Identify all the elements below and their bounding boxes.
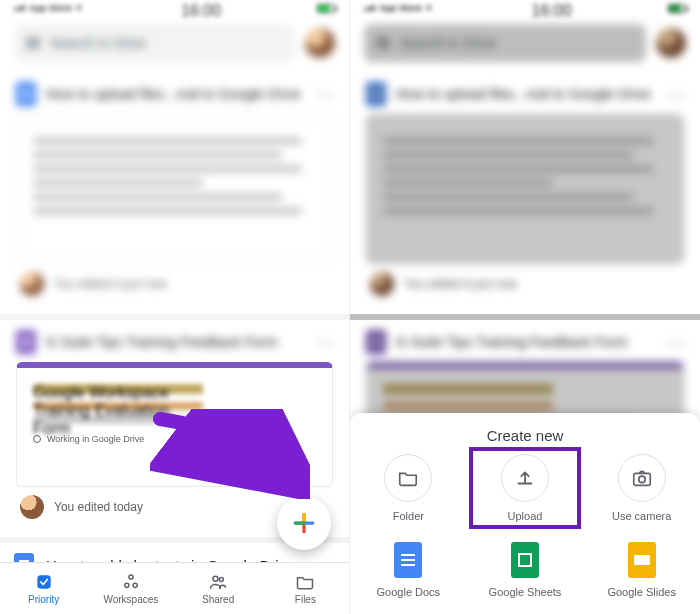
svg-point-2 xyxy=(125,583,129,587)
svg-point-3 xyxy=(133,583,137,587)
form-preview: Google Workspace Training Evaluation For… xyxy=(16,362,333,487)
status-time: 16:00 xyxy=(181,2,221,14)
bottom-tab-bar: Priority Workspaces Shared Files xyxy=(0,562,349,614)
svg-point-1 xyxy=(129,575,133,579)
create-new-sheet: Create new Folder Upload Use camera Goog… xyxy=(350,413,700,614)
google-slides-icon xyxy=(628,542,656,578)
form-heading: Google Workspace Training Evaluation For… xyxy=(33,384,203,394)
sheet-item-camera[interactable]: Use camera xyxy=(583,454,700,522)
search-row: Search in Drive xyxy=(0,14,349,72)
form-radio-option[interactable]: Working in Google Drive xyxy=(33,434,316,444)
search-box: Search in Drive xyxy=(364,24,646,62)
google-forms-icon xyxy=(16,330,36,354)
camera-icon xyxy=(631,467,653,489)
svg-point-4 xyxy=(213,576,218,581)
file-title: How to upload files...roid to Google Dri… xyxy=(46,86,307,102)
fab-add-button[interactable] xyxy=(277,496,331,550)
tab-priority[interactable]: Priority xyxy=(0,563,87,614)
editor-avatar xyxy=(20,495,44,519)
sheet-item-google-slides[interactable]: Google Slides xyxy=(583,542,700,598)
status-bar: App Store ᯤ 16:00 xyxy=(0,0,349,14)
screenshot-left: App Store ᯤ 16:00 Search in Drive How to… xyxy=(0,0,350,614)
more-icon[interactable]: ⋯ xyxy=(317,333,333,352)
signal-icon xyxy=(14,5,25,11)
google-docs-icon xyxy=(394,542,422,578)
carrier: App Store xyxy=(29,3,72,13)
tab-files[interactable]: Files xyxy=(262,563,349,614)
sheet-item-folder[interactable]: Folder xyxy=(350,454,467,522)
wifi-icon: ᯤ xyxy=(76,3,85,13)
avatar[interactable] xyxy=(305,28,335,58)
file-card-doc[interactable]: How to upload files...roid to Google Dri… xyxy=(10,78,339,314)
search-box[interactable]: Search in Drive xyxy=(14,24,295,62)
status-bar: App Storeᯤ 16:00 xyxy=(350,0,700,14)
editor-avatar xyxy=(20,272,44,296)
workspaces-icon xyxy=(121,572,141,592)
section-separator xyxy=(0,314,349,320)
priority-icon xyxy=(34,572,54,592)
search-placeholder: Search in Drive xyxy=(50,35,146,51)
more-icon[interactable]: ⋯ xyxy=(317,85,333,104)
editor-text: You edited it just now xyxy=(54,277,167,291)
shared-icon xyxy=(208,572,228,592)
google-docs-icon xyxy=(16,82,36,106)
sheet-title: Create new xyxy=(350,427,700,444)
editor-text: You edited today xyxy=(54,500,143,514)
menu-icon[interactable] xyxy=(26,38,40,48)
tab-workspaces[interactable]: Workspaces xyxy=(87,563,174,614)
svg-point-5 xyxy=(219,578,223,582)
upload-icon xyxy=(514,467,536,489)
sheet-item-google-sheets[interactable]: Google Sheets xyxy=(467,542,584,598)
plus-icon xyxy=(291,510,317,536)
svg-rect-0 xyxy=(37,575,50,588)
sheet-item-upload[interactable]: Upload xyxy=(467,454,584,522)
screenshot-right: App Storeᯤ 16:00 Search in Drive How to … xyxy=(350,0,700,614)
google-sheets-icon xyxy=(511,542,539,578)
svg-rect-6 xyxy=(633,473,650,485)
battery-icon xyxy=(317,4,335,13)
file-title: G Suite Tips Training Feedback Form xyxy=(46,334,307,350)
svg-point-7 xyxy=(638,476,644,482)
folder-icon xyxy=(295,572,315,592)
tab-shared[interactable]: Shared xyxy=(175,563,262,614)
sheet-item-google-docs[interactable]: Google Docs xyxy=(350,542,467,598)
folder-icon xyxy=(397,467,419,489)
file-preview xyxy=(16,114,333,264)
